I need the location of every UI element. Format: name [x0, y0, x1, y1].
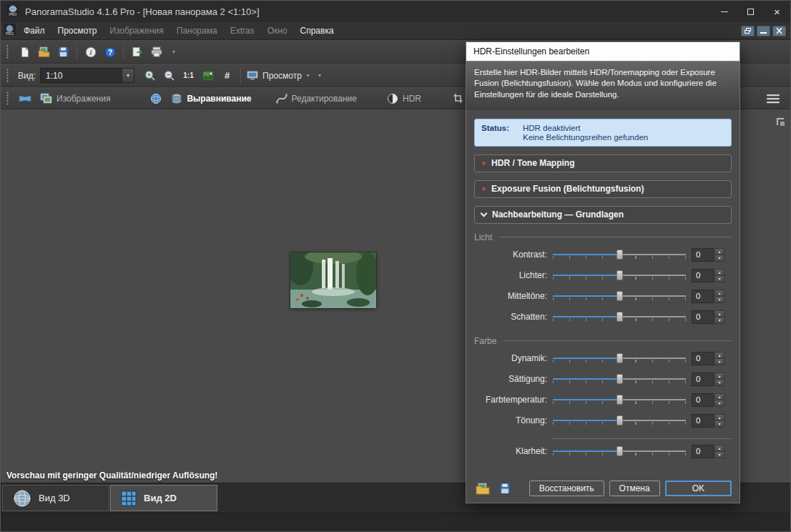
spinner-down-button[interactable]: ▾ [714, 379, 724, 386]
hdr-icon [387, 93, 398, 104]
zoom-out-button[interactable] [160, 66, 178, 84]
section-hdr-tonemapping[interactable]: ● HDR / Tone Mapping [474, 154, 732, 172]
slider[interactable] [553, 270, 686, 282]
help-button[interactable]: ? [101, 43, 119, 61]
close-button[interactable]: × [764, 1, 790, 22]
slider-value[interactable]: 0 [692, 248, 714, 262]
actual-size-button[interactable]: 1:1 [180, 66, 197, 84]
grid-toggle-button[interactable]: # [218, 66, 236, 84]
slider-thumb[interactable] [616, 415, 623, 425]
menu-file[interactable]: Файл [17, 24, 51, 38]
slider[interactable] [553, 415, 686, 427]
slider-value[interactable]: 0 [692, 414, 714, 428]
slider-value[interactable]: 0 [692, 352, 714, 365]
spinner-up-button[interactable]: ▴ [714, 445, 724, 451]
restore-button[interactable]: Восстановить [529, 481, 604, 496]
chevron-down-icon[interactable]: ▾ [122, 69, 134, 82]
maximize-button[interactable] [737, 1, 764, 22]
panorama-preview-image[interactable] [290, 252, 376, 308]
new-project-button[interactable] [16, 43, 34, 61]
preview-toggle-button[interactable]: Просмотр ▾ [245, 66, 311, 84]
spinner-up-button[interactable]: ▴ [714, 269, 724, 275]
cancel-button[interactable]: Отмена [609, 481, 660, 496]
slider-value[interactable]: 0 [692, 290, 714, 303]
spinner-down-button[interactable]: ▾ [714, 255, 724, 262]
spinner-up-button[interactable]: ▴ [714, 310, 724, 317]
spinner-down-button[interactable]: ▾ [714, 275, 724, 282]
slider[interactable] [553, 373, 686, 385]
toolbar-grip[interactable] [6, 45, 10, 59]
print-button[interactable] [147, 43, 165, 61]
slider[interactable] [553, 290, 686, 302]
view-2d-tab[interactable]: Вид 2D [110, 485, 217, 511]
slider[interactable] [553, 445, 686, 458]
slider-thumb[interactable] [616, 312, 623, 322]
toolbar-overflow-chevron[interactable]: ▾ [172, 49, 175, 55]
open-button[interactable] [35, 43, 53, 61]
slider-thumb[interactable] [616, 353, 623, 363]
toolbar-grip[interactable] [6, 69, 10, 83]
save-preset-button[interactable] [496, 481, 514, 496]
slider-value[interactable]: 0 [692, 393, 714, 407]
spinner-up-button[interactable]: ▴ [714, 352, 724, 358]
slider-value[interactable]: 0 [692, 373, 714, 386]
tab-images[interactable]: Изображения [37, 89, 113, 108]
section-postprocessing[interactable]: Nachbearbeitung — Grundlagen [474, 206, 732, 224]
ok-button[interactable]: OK [665, 481, 732, 496]
toolbar-overflow-chevron[interactable]: ▾ [318, 72, 321, 79]
menu-panorama[interactable]: Панорама [170, 24, 224, 38]
menu-view[interactable]: Просмотр [51, 24, 104, 38]
spinner-up-button[interactable]: ▴ [714, 290, 724, 296]
slider-thumb[interactable] [616, 374, 623, 384]
slider-value[interactable]: 0 [692, 445, 714, 458]
spinner-up-button[interactable]: ▴ [714, 393, 724, 400]
mdi-minimize-button[interactable] [757, 26, 770, 36]
zoom-dropdown[interactable]: 1:10 ▾ [40, 68, 134, 83]
panorama-tool-button[interactable] [16, 89, 34, 107]
projection-button[interactable] [147, 89, 164, 107]
spinner-down-button[interactable]: ▾ [714, 451, 724, 458]
tab-editing[interactable]: Редактирование [273, 89, 360, 108]
tab-alignment[interactable]: Выравнивание [168, 89, 254, 108]
slider-value[interactable]: 0 [692, 269, 714, 282]
spinner-down-button[interactable]: ▾ [714, 420, 724, 428]
menu-extras[interactable]: Extras [224, 24, 261, 38]
slider-thumb[interactable] [616, 395, 623, 405]
mdi-close-button[interactable] [772, 26, 786, 36]
spinner-down-button[interactable]: ▾ [714, 296, 724, 303]
save-button[interactable] [54, 43, 72, 61]
layout-corner-button[interactable] [774, 115, 787, 128]
slider-thumb[interactable] [616, 270, 623, 280]
load-preset-button[interactable] [474, 481, 491, 496]
crop-button[interactable] [449, 89, 467, 107]
spinner-down-button[interactable]: ▾ [714, 358, 724, 365]
zoom-in-button[interactable] [141, 66, 159, 84]
export-button[interactable] [128, 43, 146, 61]
zoom-out-icon [164, 70, 175, 82]
slider-value[interactable]: 0 [692, 310, 714, 324]
minimize-button[interactable] [711, 1, 737, 22]
spinner-up-button[interactable]: ▴ [714, 248, 724, 255]
toolbar-grip[interactable] [6, 92, 10, 106]
section-exposure-fusion[interactable]: ● Exposure Fusion (Belichtungsfusion) [474, 180, 732, 198]
info-button[interactable]: i [82, 43, 99, 61]
slider-thumb[interactable] [616, 250, 623, 260]
slider[interactable] [553, 353, 686, 365]
slider-thumb[interactable] [616, 291, 623, 301]
panel-menu-button[interactable] [764, 89, 782, 107]
slider[interactable] [553, 394, 686, 406]
preview-image-button[interactable] [199, 66, 217, 84]
menu-images[interactable]: Изображения [103, 24, 170, 38]
view-3d-tab[interactable]: Вид 3D [2, 485, 109, 511]
mdi-restore-button[interactable] [741, 26, 755, 36]
spinner-up-button[interactable]: ▴ [714, 414, 724, 420]
menu-help[interactable]: Справка [294, 24, 340, 38]
spinner-down-button[interactable]: ▾ [714, 317, 724, 324]
tab-hdr[interactable]: HDR [384, 89, 424, 108]
slider-thumb[interactable] [616, 446, 623, 456]
menu-window[interactable]: Окно [261, 24, 294, 38]
slider[interactable] [553, 311, 686, 323]
spinner-down-button[interactable]: ▾ [714, 400, 724, 407]
slider[interactable] [553, 249, 686, 261]
spinner-up-button[interactable]: ▴ [714, 373, 724, 379]
